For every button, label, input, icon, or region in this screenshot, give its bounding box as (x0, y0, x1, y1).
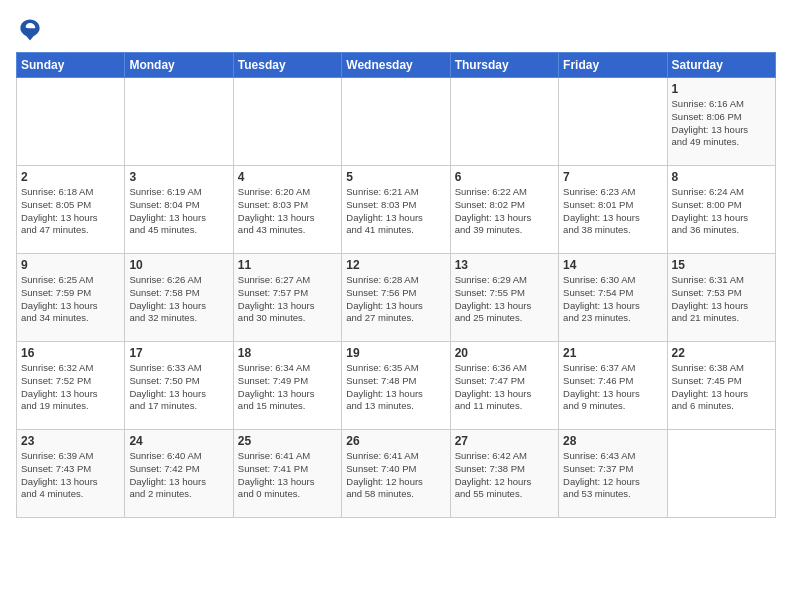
day-info: Sunrise: 6:39 AM Sunset: 7:43 PM Dayligh… (21, 450, 120, 501)
calendar-cell: 8Sunrise: 6:24 AM Sunset: 8:00 PM Daylig… (667, 166, 775, 254)
calendar-cell: 21Sunrise: 6:37 AM Sunset: 7:46 PM Dayli… (559, 342, 667, 430)
day-info: Sunrise: 6:43 AM Sunset: 7:37 PM Dayligh… (563, 450, 662, 501)
calendar-cell: 12Sunrise: 6:28 AM Sunset: 7:56 PM Dayli… (342, 254, 450, 342)
col-header-tuesday: Tuesday (233, 53, 341, 78)
day-number: 11 (238, 258, 337, 272)
day-number: 16 (21, 346, 120, 360)
day-number: 24 (129, 434, 228, 448)
calendar-cell (667, 430, 775, 518)
day-info: Sunrise: 6:29 AM Sunset: 7:55 PM Dayligh… (455, 274, 554, 325)
calendar-cell: 23Sunrise: 6:39 AM Sunset: 7:43 PM Dayli… (17, 430, 125, 518)
day-number: 8 (672, 170, 771, 184)
day-number: 5 (346, 170, 445, 184)
day-info: Sunrise: 6:30 AM Sunset: 7:54 PM Dayligh… (563, 274, 662, 325)
page-header (16, 16, 776, 44)
day-info: Sunrise: 6:20 AM Sunset: 8:03 PM Dayligh… (238, 186, 337, 237)
calendar-week-row: 9Sunrise: 6:25 AM Sunset: 7:59 PM Daylig… (17, 254, 776, 342)
calendar-cell: 14Sunrise: 6:30 AM Sunset: 7:54 PM Dayli… (559, 254, 667, 342)
day-number: 13 (455, 258, 554, 272)
day-number: 6 (455, 170, 554, 184)
calendar-cell (559, 78, 667, 166)
day-info: Sunrise: 6:25 AM Sunset: 7:59 PM Dayligh… (21, 274, 120, 325)
calendar-cell: 1Sunrise: 6:16 AM Sunset: 8:06 PM Daylig… (667, 78, 775, 166)
calendar-cell: 20Sunrise: 6:36 AM Sunset: 7:47 PM Dayli… (450, 342, 558, 430)
day-number: 4 (238, 170, 337, 184)
calendar-cell: 9Sunrise: 6:25 AM Sunset: 7:59 PM Daylig… (17, 254, 125, 342)
calendar-cell: 17Sunrise: 6:33 AM Sunset: 7:50 PM Dayli… (125, 342, 233, 430)
calendar-cell: 5Sunrise: 6:21 AM Sunset: 8:03 PM Daylig… (342, 166, 450, 254)
logo-icon (16, 16, 44, 44)
day-number: 17 (129, 346, 228, 360)
calendar-cell: 11Sunrise: 6:27 AM Sunset: 7:57 PM Dayli… (233, 254, 341, 342)
calendar-cell (125, 78, 233, 166)
day-info: Sunrise: 6:41 AM Sunset: 7:40 PM Dayligh… (346, 450, 445, 501)
day-info: Sunrise: 6:41 AM Sunset: 7:41 PM Dayligh… (238, 450, 337, 501)
logo (16, 16, 48, 44)
col-header-friday: Friday (559, 53, 667, 78)
calendar-table: SundayMondayTuesdayWednesdayThursdayFrid… (16, 52, 776, 518)
calendar-cell: 25Sunrise: 6:41 AM Sunset: 7:41 PM Dayli… (233, 430, 341, 518)
calendar-cell: 24Sunrise: 6:40 AM Sunset: 7:42 PM Dayli… (125, 430, 233, 518)
calendar-header-row: SundayMondayTuesdayWednesdayThursdayFrid… (17, 53, 776, 78)
day-number: 20 (455, 346, 554, 360)
calendar-cell: 18Sunrise: 6:34 AM Sunset: 7:49 PM Dayli… (233, 342, 341, 430)
day-info: Sunrise: 6:34 AM Sunset: 7:49 PM Dayligh… (238, 362, 337, 413)
day-info: Sunrise: 6:22 AM Sunset: 8:02 PM Dayligh… (455, 186, 554, 237)
day-number: 15 (672, 258, 771, 272)
day-number: 22 (672, 346, 771, 360)
col-header-thursday: Thursday (450, 53, 558, 78)
day-number: 3 (129, 170, 228, 184)
day-info: Sunrise: 6:27 AM Sunset: 7:57 PM Dayligh… (238, 274, 337, 325)
day-info: Sunrise: 6:16 AM Sunset: 8:06 PM Dayligh… (672, 98, 771, 149)
day-number: 26 (346, 434, 445, 448)
calendar-cell: 13Sunrise: 6:29 AM Sunset: 7:55 PM Dayli… (450, 254, 558, 342)
day-info: Sunrise: 6:28 AM Sunset: 7:56 PM Dayligh… (346, 274, 445, 325)
day-number: 12 (346, 258, 445, 272)
calendar-cell (17, 78, 125, 166)
day-info: Sunrise: 6:38 AM Sunset: 7:45 PM Dayligh… (672, 362, 771, 413)
calendar-week-row: 16Sunrise: 6:32 AM Sunset: 7:52 PM Dayli… (17, 342, 776, 430)
day-number: 7 (563, 170, 662, 184)
col-header-sunday: Sunday (17, 53, 125, 78)
col-header-monday: Monday (125, 53, 233, 78)
calendar-cell: 26Sunrise: 6:41 AM Sunset: 7:40 PM Dayli… (342, 430, 450, 518)
day-info: Sunrise: 6:37 AM Sunset: 7:46 PM Dayligh… (563, 362, 662, 413)
calendar-week-row: 23Sunrise: 6:39 AM Sunset: 7:43 PM Dayli… (17, 430, 776, 518)
col-header-wednesday: Wednesday (342, 53, 450, 78)
day-number: 25 (238, 434, 337, 448)
col-header-saturday: Saturday (667, 53, 775, 78)
day-info: Sunrise: 6:19 AM Sunset: 8:04 PM Dayligh… (129, 186, 228, 237)
calendar-cell: 2Sunrise: 6:18 AM Sunset: 8:05 PM Daylig… (17, 166, 125, 254)
day-number: 19 (346, 346, 445, 360)
day-info: Sunrise: 6:18 AM Sunset: 8:05 PM Dayligh… (21, 186, 120, 237)
day-info: Sunrise: 6:21 AM Sunset: 8:03 PM Dayligh… (346, 186, 445, 237)
calendar-cell: 16Sunrise: 6:32 AM Sunset: 7:52 PM Dayli… (17, 342, 125, 430)
day-info: Sunrise: 6:36 AM Sunset: 7:47 PM Dayligh… (455, 362, 554, 413)
day-info: Sunrise: 6:40 AM Sunset: 7:42 PM Dayligh… (129, 450, 228, 501)
calendar-cell: 4Sunrise: 6:20 AM Sunset: 8:03 PM Daylig… (233, 166, 341, 254)
day-number: 28 (563, 434, 662, 448)
day-info: Sunrise: 6:31 AM Sunset: 7:53 PM Dayligh… (672, 274, 771, 325)
day-number: 27 (455, 434, 554, 448)
calendar-week-row: 2Sunrise: 6:18 AM Sunset: 8:05 PM Daylig… (17, 166, 776, 254)
day-info: Sunrise: 6:24 AM Sunset: 8:00 PM Dayligh… (672, 186, 771, 237)
calendar-week-row: 1Sunrise: 6:16 AM Sunset: 8:06 PM Daylig… (17, 78, 776, 166)
calendar-cell: 19Sunrise: 6:35 AM Sunset: 7:48 PM Dayli… (342, 342, 450, 430)
day-info: Sunrise: 6:32 AM Sunset: 7:52 PM Dayligh… (21, 362, 120, 413)
day-info: Sunrise: 6:23 AM Sunset: 8:01 PM Dayligh… (563, 186, 662, 237)
calendar-cell: 27Sunrise: 6:42 AM Sunset: 7:38 PM Dayli… (450, 430, 558, 518)
day-number: 10 (129, 258, 228, 272)
calendar-cell (233, 78, 341, 166)
calendar-cell: 7Sunrise: 6:23 AM Sunset: 8:01 PM Daylig… (559, 166, 667, 254)
calendar-cell: 10Sunrise: 6:26 AM Sunset: 7:58 PM Dayli… (125, 254, 233, 342)
day-number: 18 (238, 346, 337, 360)
calendar-cell (342, 78, 450, 166)
day-number: 21 (563, 346, 662, 360)
day-number: 1 (672, 82, 771, 96)
calendar-cell: 3Sunrise: 6:19 AM Sunset: 8:04 PM Daylig… (125, 166, 233, 254)
day-info: Sunrise: 6:42 AM Sunset: 7:38 PM Dayligh… (455, 450, 554, 501)
day-number: 9 (21, 258, 120, 272)
calendar-cell: 28Sunrise: 6:43 AM Sunset: 7:37 PM Dayli… (559, 430, 667, 518)
calendar-cell: 6Sunrise: 6:22 AM Sunset: 8:02 PM Daylig… (450, 166, 558, 254)
calendar-cell: 15Sunrise: 6:31 AM Sunset: 7:53 PM Dayli… (667, 254, 775, 342)
